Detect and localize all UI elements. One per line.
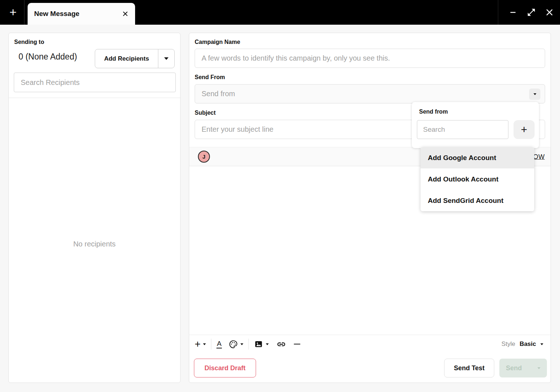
partial-link[interactable]: OW: [533, 153, 545, 160]
palette-icon: [229, 340, 238, 349]
expand-icon: [527, 8, 536, 17]
chevron-down-icon: [533, 93, 536, 95]
send-from-search-input[interactable]: [417, 120, 508, 139]
chevron-down-icon: [540, 343, 543, 345]
formatting-toolbar: + A: [195, 335, 300, 353]
highlight-color-dropdown-button[interactable]: [229, 340, 243, 349]
window-close-button[interactable]: [545, 8, 554, 17]
plus-icon: +: [195, 339, 200, 349]
tab-title: New Message: [34, 10, 80, 18]
discard-draft-button[interactable]: Discard Draft: [194, 359, 256, 377]
text-color-button[interactable]: A: [216, 340, 222, 348]
style-value: Basic: [520, 340, 536, 348]
minus-icon: [294, 344, 300, 345]
menu-item-add-outlook-account[interactable]: Add Outlook Account: [421, 168, 534, 190]
toolbar-separator: [211, 339, 211, 350]
chevron-down-icon: [164, 57, 169, 60]
tab-separator: [24, 0, 25, 25]
campaign-name-input[interactable]: [195, 49, 545, 68]
window-title-bar: + New Message: [0, 0, 560, 25]
expand-button[interactable]: [527, 8, 536, 17]
no-recipients-empty-state: No recipients: [9, 240, 180, 248]
send-from-popup: Send from +: [412, 102, 539, 148]
search-recipients-input[interactable]: [14, 73, 176, 92]
window-controls-separator: [498, 0, 498, 25]
send-from-placeholder: Send from: [202, 90, 235, 98]
avatar: J: [198, 151, 210, 163]
new-tab-button[interactable]: +: [7, 6, 20, 19]
close-icon: [121, 10, 129, 18]
minimize-button[interactable]: [508, 8, 518, 17]
chevron-down-icon: [537, 367, 540, 369]
add-recipients-dropdown-button[interactable]: [158, 49, 174, 68]
image-icon: [254, 339, 263, 349]
send-button-label: Send: [506, 364, 522, 372]
send-test-button[interactable]: Send Test: [444, 359, 494, 377]
subject-label: Subject: [195, 110, 216, 116]
menu-item-add-google-account[interactable]: Add Google Account: [421, 147, 534, 168]
send-from-select[interactable]: Send from: [195, 84, 545, 103]
insert-dropdown-button[interactable]: +: [195, 339, 206, 349]
style-label: Style: [502, 340, 515, 348]
send-button[interactable]: Send: [499, 359, 547, 377]
send-from-label: Send From: [195, 74, 225, 81]
style-selector[interactable]: Style Basic: [502, 335, 543, 353]
chevron-down-icon: [240, 343, 243, 345]
add-account-menu: Add Google Account Add Outlook Account A…: [421, 147, 534, 211]
send-from-dropdown-button[interactable]: [529, 89, 540, 100]
tab-close-button[interactable]: [121, 10, 129, 18]
recipients-header-divider: [9, 98, 180, 98]
insert-link-button[interactable]: [276, 339, 286, 349]
text-color-icon: A: [216, 340, 222, 348]
link-icon: [276, 339, 286, 349]
plus-icon: +: [521, 123, 527, 136]
sending-to-label: Sending to: [14, 39, 44, 45]
chevron-down-icon: [266, 343, 269, 345]
recipients-count: 0 (None Added): [19, 52, 77, 62]
close-icon: [545, 8, 554, 17]
send-from-popup-title: Send from: [419, 109, 448, 115]
campaign-name-label: Campaign Name: [195, 39, 240, 45]
insert-image-dropdown-button[interactable]: [254, 339, 269, 349]
tab-new-message[interactable]: New Message: [28, 3, 135, 25]
toolbar-separator: [248, 339, 249, 350]
menu-item-add-sendgrid-account[interactable]: Add SendGrid Account: [421, 190, 534, 211]
add-recipients-button[interactable]: Add Recipients: [95, 49, 158, 68]
window-controls: [508, 0, 554, 25]
horizontal-rule-button[interactable]: [294, 344, 300, 345]
chevron-down-icon: [203, 343, 206, 345]
recipients-panel: Sending to 0 (None Added) Add Recipients…: [8, 33, 180, 383]
add-recipients-split-button: Add Recipients: [95, 49, 175, 68]
add-account-button[interactable]: +: [514, 120, 535, 139]
minimize-icon: [508, 8, 518, 17]
plus-icon: +: [9, 5, 17, 19]
